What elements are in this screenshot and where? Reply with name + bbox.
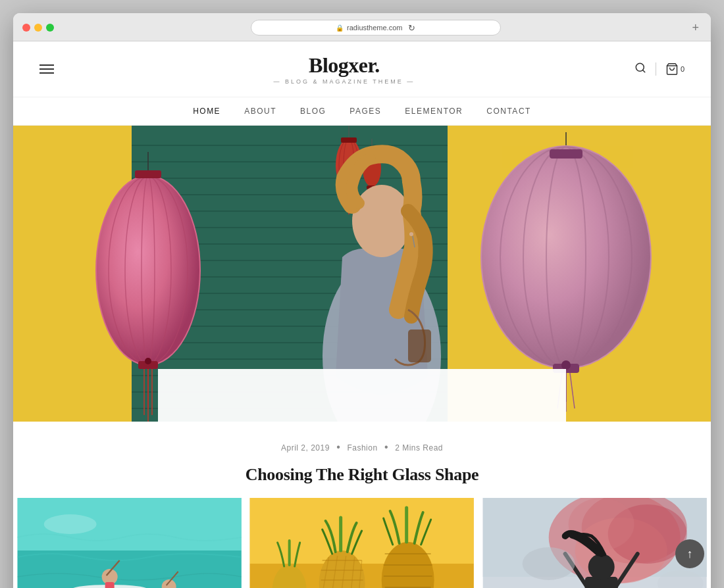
site-logo[interactable]: Blogxer. — BLOG & MAGAZINE THEME — xyxy=(54,53,634,85)
grid-image-2 xyxy=(246,498,478,588)
cart-button[interactable]: 0 xyxy=(665,62,685,76)
browser-dots xyxy=(22,24,54,32)
hamburger-line-2 xyxy=(39,68,54,70)
nav-item-about[interactable]: ABOUT xyxy=(244,107,276,116)
nav-item-blog[interactable]: BLOG xyxy=(300,107,326,116)
nav-item-elementor[interactable]: ELEMENTOR xyxy=(405,107,463,116)
svg-line-1 xyxy=(642,70,644,72)
grid-item-2[interactable] xyxy=(246,498,478,588)
logo-title: Blogxer. xyxy=(54,53,634,78)
refresh-icon[interactable]: ↻ xyxy=(408,23,415,33)
svg-rect-54 xyxy=(341,137,357,143)
hamburger-line-1 xyxy=(39,64,54,66)
nav-item-contact[interactable]: CONTACT xyxy=(486,107,531,116)
dot-yellow[interactable] xyxy=(34,24,42,32)
dot-green[interactable] xyxy=(46,24,54,32)
svg-rect-67 xyxy=(408,330,431,362)
cart-count: 0 xyxy=(681,65,685,73)
header-divider xyxy=(656,62,656,76)
article-meta-separator-1: • xyxy=(336,441,340,453)
article-date: April 2, 2019 xyxy=(281,443,330,453)
search-icon xyxy=(634,62,646,74)
svg-point-114 xyxy=(568,498,634,551)
article-read-time: 2 Mins Read xyxy=(395,443,443,453)
grid-image-1 xyxy=(13,498,246,588)
main-navigation: HOME ABOUT BLOG PAGES ELEMENTOR CONTACT xyxy=(13,97,711,126)
grid-image-3 xyxy=(478,498,711,588)
scroll-top-icon: ↑ xyxy=(687,547,693,561)
grid-item-3[interactable] xyxy=(478,498,711,588)
lock-icon: 🔒 xyxy=(336,24,344,32)
scroll-top-button[interactable]: ↑ xyxy=(675,539,704,568)
svg-point-66 xyxy=(352,185,411,257)
svg-point-121 xyxy=(522,547,575,580)
hamburger-line-3 xyxy=(39,72,54,74)
svg-point-68 xyxy=(409,232,413,236)
site-content: Blogxer. — BLOG & MAGAZINE THEME — xyxy=(13,41,711,588)
search-button[interactable] xyxy=(634,62,646,77)
svg-point-39 xyxy=(482,147,650,368)
nav-item-home[interactable]: HOME xyxy=(193,107,220,116)
grid-item-1[interactable] xyxy=(13,498,246,588)
svg-rect-43 xyxy=(550,149,582,159)
svg-rect-70 xyxy=(158,369,566,422)
article-title[interactable]: Choosing The Right Glass Shape xyxy=(13,460,711,498)
header-left xyxy=(39,64,54,74)
cart-icon xyxy=(665,62,679,76)
svg-point-82 xyxy=(44,514,97,534)
article-category[interactable]: Fashion xyxy=(347,443,377,453)
dot-red[interactable] xyxy=(22,24,30,32)
svg-rect-76 xyxy=(105,582,115,588)
logo-subtitle: — BLOG & MAGAZINE THEME — xyxy=(54,78,634,85)
nav-item-pages[interactable]: PAGES xyxy=(349,107,381,116)
svg-rect-30 xyxy=(135,170,161,178)
hamburger-menu-icon[interactable] xyxy=(39,64,54,74)
browser-address-bar: 🔒 radiustheme.com ↻ xyxy=(62,20,689,36)
browser-chrome: 🔒 radiustheme.com ↻ + xyxy=(13,13,711,41)
browser-window: 🔒 radiustheme.com ↻ + Blogxer. — BLOG & … xyxy=(13,13,711,588)
address-input[interactable]: 🔒 radiustheme.com ↻ xyxy=(251,20,501,36)
svg-point-36 xyxy=(145,358,151,364)
hero-section xyxy=(13,126,711,422)
svg-point-26 xyxy=(97,176,199,364)
url-text: radiustheme.com xyxy=(347,24,402,32)
new-tab-button[interactable]: + xyxy=(689,21,702,35)
svg-point-49 xyxy=(561,360,571,370)
article-meta: April 2, 2019 • Fashion • 2 Mins Read xyxy=(13,422,711,460)
site-header: Blogxer. — BLOG & MAGAZINE THEME — xyxy=(13,41,711,97)
header-right: 0 xyxy=(634,62,685,77)
browser-titlebar: 🔒 radiustheme.com ↻ + xyxy=(22,20,702,36)
hero-image xyxy=(13,126,711,422)
article-meta-separator-2: • xyxy=(384,441,388,453)
svg-rect-73 xyxy=(18,551,242,588)
bottom-grid xyxy=(13,498,711,588)
svg-point-120 xyxy=(588,554,614,580)
